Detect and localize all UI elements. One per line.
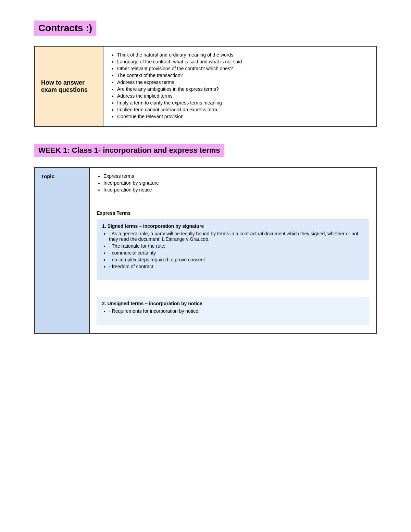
list-item: Address the express terms (117, 79, 369, 85)
topic-list-item: Express terms (103, 173, 369, 179)
list-item: Imply a term to clarify the express term… (117, 100, 369, 106)
topic-list-item: Incorporation by notice (103, 187, 369, 193)
dash-item: As a general rule, a party will be legal… (109, 231, 364, 242)
week-table-left-label: Topic (41, 173, 54, 179)
week1-table: Topic Express terms Incorporation by sig… (34, 167, 377, 334)
dash-item: commercial certainty (109, 250, 364, 256)
unsigned-terms-title: 2. Unsigned terms – incorporation by not… (102, 301, 364, 306)
list-item: Address the implied terms (117, 93, 369, 99)
page-title: Contracts :) (34, 21, 96, 36)
week-title: WEEK 1: Class 1- incorporation and expre… (34, 144, 224, 157)
list-item: Language of the contract- what is said a… (117, 59, 369, 64)
list-item: The context of the transaction? (117, 73, 369, 78)
table-right-cell: Think of the natural and ordinary meanin… (103, 47, 376, 126)
signed-terms-dash-list: As a general rule, a party will be legal… (102, 231, 364, 269)
list-item: Other relevant provisions of the contrac… (117, 66, 369, 71)
dash-item: Requirements for incorporation by notice… (109, 308, 364, 314)
table-left-cell: How to answer exam questions (35, 47, 103, 126)
list-item: Are there any ambiguities in the express… (117, 86, 369, 92)
numbered-item-1: 1. Signed terms – incorporation by signa… (102, 223, 364, 269)
dash-item: freedom of contract (109, 264, 364, 269)
topic-list-item: Incorporation by signature (103, 180, 369, 186)
topic-bullet-list: Express terms Incorporation by signature… (97, 173, 369, 193)
unsigned-terms-dash-list: Requirements for incorporation by notice… (102, 308, 364, 314)
list-item: Implied term cannot contradict an expres… (117, 107, 369, 112)
signed-terms-section: 1. Signed terms – incorporation by signa… (97, 219, 369, 280)
dash-item: The rationale for the rule: (109, 243, 364, 249)
how-to-table: How to answer exam questions Think of th… (34, 46, 377, 127)
list-item: Construe the relevant provision (117, 114, 369, 119)
numbered-item-2: 2. Unsigned terms – incorporation by not… (102, 301, 364, 314)
unsigned-terms-section: 2. Unsigned terms – incorporation by not… (97, 297, 369, 325)
list-item: Think of the natural and ordinary meanin… (117, 52, 369, 58)
dash-item: no complex steps required to prove conse… (109, 257, 364, 262)
table-left-label: How to answer exam questions (41, 79, 97, 94)
express-terms-header: Express Terms (97, 210, 369, 216)
signed-terms-title: 1. Signed terms – incorporation by signa… (102, 223, 364, 229)
week-table-left-cell: Topic (35, 168, 90, 333)
bullet-list: Think of the natural and ordinary meanin… (110, 52, 369, 119)
week-table-right-cell: Express terms Incorporation by signature… (90, 168, 376, 333)
